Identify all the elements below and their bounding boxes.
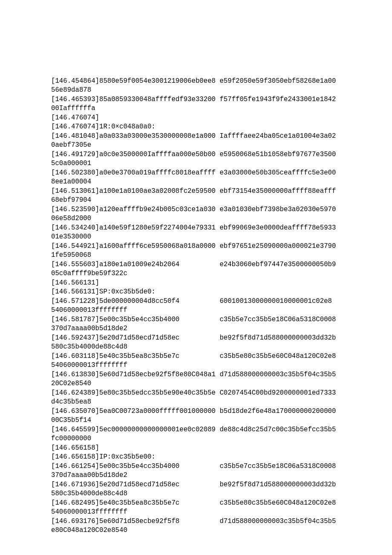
kernel-log-dump: [146.454864]8580e59f0054e3001219006eb0ee… xyxy=(0,7,392,555)
